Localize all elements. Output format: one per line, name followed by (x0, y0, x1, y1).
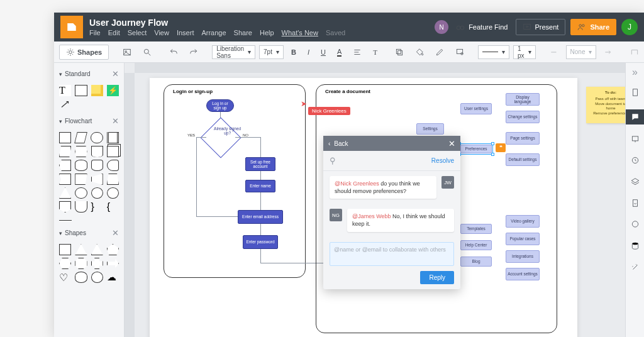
doc-title[interactable]: User Journey Flow (89, 18, 345, 28)
text-color-button[interactable]: A (333, 45, 345, 59)
user-avatar[interactable]: J (621, 19, 638, 35)
reply-input[interactable]: @name or @email to collaborate with othe… (330, 242, 454, 266)
menu-arrange[interactable]: Arrange (201, 29, 226, 36)
text-options-button[interactable]: T (369, 46, 381, 58)
node-enterpass[interactable]: Enter password (243, 235, 278, 249)
fc-triangle[interactable] (59, 187, 71, 199)
menu-file[interactable]: File (89, 29, 101, 36)
fc-process[interactable] (59, 132, 71, 143)
align-button[interactable] (349, 45, 365, 59)
collapse-rail-button[interactable]: » (632, 67, 638, 78)
node-integrations[interactable]: Integrations (506, 250, 540, 263)
undo-button[interactable] (165, 45, 182, 59)
node-settings[interactable]: Settings (416, 123, 444, 135)
reply-button[interactable]: Reply (420, 271, 454, 284)
shp-arrowR[interactable] (107, 258, 119, 269)
paint-bucket-button[interactable] (411, 45, 428, 59)
live-shape[interactable]: ⚡ (107, 85, 119, 96)
fc-data[interactable] (59, 146, 71, 157)
search-button[interactable] (139, 45, 155, 59)
menu-insert[interactable]: Insert (177, 29, 194, 36)
node-enteremail[interactable]: Enter email address (238, 210, 283, 224)
fc-terminator[interactable] (91, 132, 103, 143)
comment-badge[interactable]: ❝ (496, 143, 506, 152)
fc-doc[interactable] (91, 146, 103, 157)
node-entername[interactable]: Enter name (245, 180, 275, 192)
rail-page-icon[interactable] (631, 88, 640, 99)
rail-present-icon[interactable] (631, 135, 640, 146)
shp-hex[interactable] (59, 258, 71, 269)
shp-tri2[interactable] (91, 244, 103, 255)
italic-button[interactable]: I (304, 46, 313, 58)
chevron-left-icon[interactable]: ‹ (328, 140, 330, 147)
shp-cross[interactable] (91, 258, 103, 269)
node-video-gallery[interactable]: Video gallery (506, 215, 540, 228)
shp-tri[interactable] (75, 244, 87, 255)
shp-heart[interactable]: ♡ (59, 272, 71, 283)
pin-icon[interactable]: ⚲ (330, 156, 336, 165)
mention[interactable]: @James Webb (352, 213, 391, 219)
node-popular-cases[interactable]: Popular cases (506, 233, 540, 245)
node-help-center[interactable]: Help Center (460, 240, 492, 250)
fill-button[interactable] (391, 45, 408, 59)
frame-login[interactable]: Login or sign-up (164, 84, 306, 278)
node-user-settings[interactable]: User settings (460, 103, 492, 114)
node-setup[interactable]: Set up free account (245, 157, 275, 171)
shape-style-button[interactable] (452, 45, 468, 59)
fc-decision[interactable] (74, 132, 87, 143)
arrow-start-button[interactable] (546, 45, 562, 59)
resolve-button[interactable]: Resolve (431, 157, 454, 164)
panel-section-flowchart[interactable]: ▾Flowchart✕ (58, 113, 120, 130)
rail-magic-icon[interactable] (631, 263, 640, 274)
shapes-button[interactable]: Shapes (59, 45, 109, 60)
node-page-settings[interactable]: Page settings (506, 132, 540, 145)
close-icon[interactable]: ✕ (448, 139, 455, 148)
close-icon[interactable]: ✕ (112, 69, 119, 79)
menu-whats-new[interactable]: What's New (282, 29, 318, 36)
fc-brace1[interactable]: } (91, 201, 103, 213)
node-display-lang[interactable]: Display language (506, 93, 540, 106)
fc-s5[interactable] (59, 174, 71, 185)
close-icon[interactable]: ✕ (112, 116, 119, 126)
node-templates[interactable]: Templates (460, 224, 492, 234)
arrow-shape[interactable] (59, 99, 72, 110)
fc-s7[interactable] (91, 174, 103, 185)
font-size-select[interactable]: 7pt▾ (259, 45, 284, 59)
shp-circle[interactable] (91, 272, 103, 283)
node-account-settings[interactable]: Account settings (506, 268, 540, 280)
fc-sumjunc[interactable] (91, 187, 103, 199)
panel-section-standard[interactable]: ▾Standard✕ (58, 65, 120, 82)
rail-chat-icon[interactable] (631, 220, 640, 231)
fc-s8[interactable] (107, 174, 119, 185)
fc-brace2[interactable]: { (107, 201, 119, 213)
note-shape[interactable] (91, 85, 103, 96)
menu-view[interactable]: View (154, 29, 169, 36)
node-blog[interactable]: Blog (460, 257, 492, 267)
fc-s4[interactable] (107, 160, 119, 171)
fc-or[interactable] (107, 187, 119, 199)
back-label[interactable]: Back (334, 140, 348, 147)
sticky-note[interactable]: To do: Pass off with team Move document … (586, 87, 625, 123)
rail-layers-icon[interactable] (631, 177, 640, 189)
fc-s6[interactable] (75, 174, 87, 185)
rail-data-icon[interactable] (631, 241, 640, 253)
line-routing-button[interactable] (626, 45, 643, 59)
shp-rect[interactable] (59, 244, 71, 255)
fc-s2[interactable] (75, 160, 87, 171)
rail-comments-icon[interactable] (626, 109, 644, 124)
line-style-select[interactable]: ▾ (478, 45, 509, 59)
fc-multidoc[interactable] (107, 146, 119, 157)
menu-help[interactable]: Help (260, 29, 274, 36)
arrow-start-select[interactable]: None▾ (566, 45, 597, 59)
menu-edit[interactable]: Edit (108, 29, 120, 36)
node-change-settings[interactable]: Change settings (506, 111, 540, 123)
fc-line[interactable] (59, 220, 72, 222)
menu-select[interactable]: Select (128, 29, 147, 36)
node-preferences[interactable]: Preferences (460, 145, 492, 153)
shp-pent[interactable] (107, 244, 119, 255)
canvas[interactable]: Login or sign-up Log in or sign up Alrea… (135, 73, 625, 337)
fc-s3[interactable] (91, 160, 103, 171)
shp-oct[interactable] (75, 258, 87, 269)
arrow-end-button[interactable] (600, 45, 616, 59)
rail-history-icon[interactable] (631, 156, 640, 167)
